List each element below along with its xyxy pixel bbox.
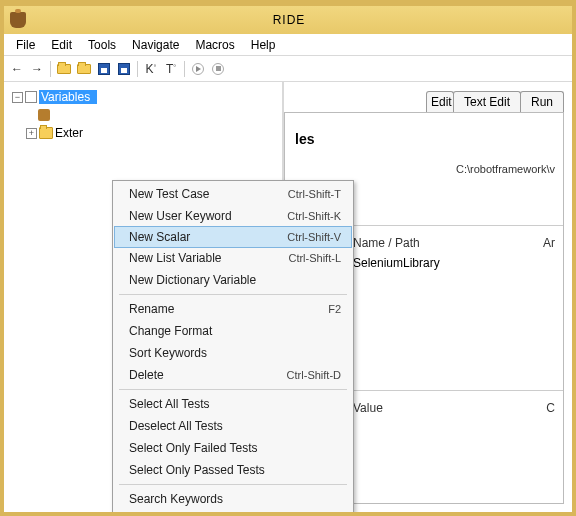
t-icon: T◦ <box>166 61 176 76</box>
context-menu-item-label: Change Format <box>129 324 341 338</box>
expand-icon[interactable]: + <box>26 128 37 139</box>
collapse-icon[interactable]: − <box>12 92 23 103</box>
toolbar-separator <box>137 61 138 77</box>
app-title: RIDE <box>12 13 566 27</box>
col-ar: Ar <box>543 236 555 250</box>
save-all-icon <box>118 63 130 75</box>
context-menu-item[interactable]: Change Format <box>115 320 351 342</box>
context-menu-item[interactable]: Sort Keywords <box>115 342 351 364</box>
context-menu-item-label: Select Only Failed Tests <box>129 441 341 455</box>
context-menu-item-shortcut: F2 <box>328 303 341 315</box>
folder-icon <box>77 64 91 74</box>
context-menu-item[interactable]: Select Only Passed Tests <box>115 459 351 481</box>
context-menu-item[interactable]: Search Keywords <box>115 488 351 510</box>
context-menu-item-label: Sort Keywords <box>129 346 341 360</box>
context-menu-item-label: Rename <box>129 302 328 316</box>
tab-run[interactable]: Run <box>520 91 564 112</box>
col-value: Value <box>353 401 383 415</box>
context-menu-item-label: Search Keywords <box>129 492 341 506</box>
tree-root-label[interactable]: Variables <box>39 90 97 104</box>
context-menu-item[interactable]: New Dictionary Variable <box>115 269 351 291</box>
context-menu-separator <box>119 294 347 295</box>
context-menu-item[interactable]: Deselect All Tests <box>115 415 351 437</box>
context-menu-item-label: New Test Case <box>129 187 288 201</box>
stop-icon <box>212 63 224 75</box>
menu-navigate[interactable]: Navigate <box>124 36 187 54</box>
context-menu-item-shortcut: Ctrl-Shift-T <box>288 188 341 200</box>
context-menu-separator <box>119 389 347 390</box>
robot-icon <box>38 109 50 121</box>
tab-text-edit[interactable]: Text Edit <box>453 91 521 112</box>
col-c: C <box>546 401 555 415</box>
import-row-name[interactable]: SeleniumLibrary <box>353 256 440 270</box>
context-menu-separator <box>119 484 347 485</box>
context-menu-item[interactable]: RenameF2 <box>115 298 351 320</box>
open-folder-button[interactable] <box>75 60 93 78</box>
menu-help[interactable]: Help <box>243 36 284 54</box>
context-menu-item[interactable]: New ScalarCtrl-Shift-V <box>114 226 352 248</box>
menu-file[interactable]: File <box>8 36 43 54</box>
arrow-right-icon: → <box>31 62 43 76</box>
menu-macros[interactable]: Macros <box>187 36 242 54</box>
context-menu-item[interactable]: New User KeywordCtrl-Shift-K <box>115 205 351 227</box>
tab-strip: Edit Text Edit Run <box>427 90 564 111</box>
context-menu-item-label: Delete <box>129 368 287 382</box>
run-button[interactable] <box>189 60 207 78</box>
menubar: File Edit Tools Navigate Macros Help <box>4 34 572 56</box>
k-icon: K◦ <box>146 61 157 76</box>
keyword-button[interactable]: K◦ <box>142 60 160 78</box>
save-icon <box>98 63 110 75</box>
toolbar: ← → K◦ T◦ <box>4 56 572 82</box>
context-menu-item-label: New List Variable <box>129 251 288 265</box>
source-path: C:\robotframework\v <box>293 163 555 175</box>
arrow-left-icon: ← <box>11 62 23 76</box>
context-menu-item-label: New Scalar <box>129 230 287 244</box>
tree-child-row[interactable] <box>8 106 278 124</box>
main-area: − Variables + Exter Edit Text Edit Run l… <box>4 82 572 512</box>
context-menu-item-shortcut: Ctrl-Shift-D <box>287 369 341 381</box>
context-menu-item-label: Select All Tests <box>129 397 341 411</box>
toolbar-separator <box>184 61 185 77</box>
context-menu-item[interactable]: Select Only Failed Tests <box>115 437 351 459</box>
context-menu: New Test CaseCtrl-Shift-TNew User Keywor… <box>112 180 354 512</box>
tree-root-row[interactable]: − Variables <box>8 88 278 106</box>
tree-external-row[interactable]: + Exter <box>8 124 278 142</box>
context-menu-item-label: Deselect All Tests <box>129 419 341 433</box>
open-button[interactable] <box>55 60 73 78</box>
tree-external-label: Exter <box>55 126 89 140</box>
app-icon <box>10 12 26 28</box>
toolbar-separator <box>50 61 51 77</box>
context-menu-item[interactable]: New Test CaseCtrl-Shift-T <box>115 183 351 205</box>
context-menu-item[interactable]: Select All Tests <box>115 393 351 415</box>
context-menu-item-shortcut: Ctrl-Shift-K <box>287 210 341 222</box>
folder-open-icon <box>57 64 71 74</box>
col-name-path: Name / Path <box>353 236 420 250</box>
forward-button[interactable]: → <box>28 60 46 78</box>
testcase-button[interactable]: T◦ <box>162 60 180 78</box>
suite-icon <box>25 91 37 103</box>
context-menu-item-label: New User Keyword <box>129 209 287 223</box>
context-menu-item-label: Select Only Passed Tests <box>129 463 341 477</box>
folder-icon <box>39 127 53 139</box>
context-menu-item[interactable]: DeleteCtrl-Shift-D <box>115 364 351 386</box>
context-menu-item-shortcut: Ctrl-Shift-L <box>288 252 341 264</box>
editor-section-title: les <box>293 131 555 147</box>
save-all-button[interactable] <box>115 60 133 78</box>
context-menu-item[interactable]: New List VariableCtrl-Shift-L <box>115 247 351 269</box>
play-icon <box>192 63 204 75</box>
tab-edit[interactable]: Edit <box>426 91 454 112</box>
menu-tools[interactable]: Tools <box>80 36 124 54</box>
back-button[interactable]: ← <box>8 60 26 78</box>
context-menu-item-shortcut: Ctrl-Shift-V <box>287 231 341 243</box>
menu-edit[interactable]: Edit <box>43 36 80 54</box>
context-menu-item-label: New Dictionary Variable <box>129 273 341 287</box>
titlebar: RIDE <box>4 6 572 34</box>
save-button[interactable] <box>95 60 113 78</box>
stop-button[interactable] <box>209 60 227 78</box>
